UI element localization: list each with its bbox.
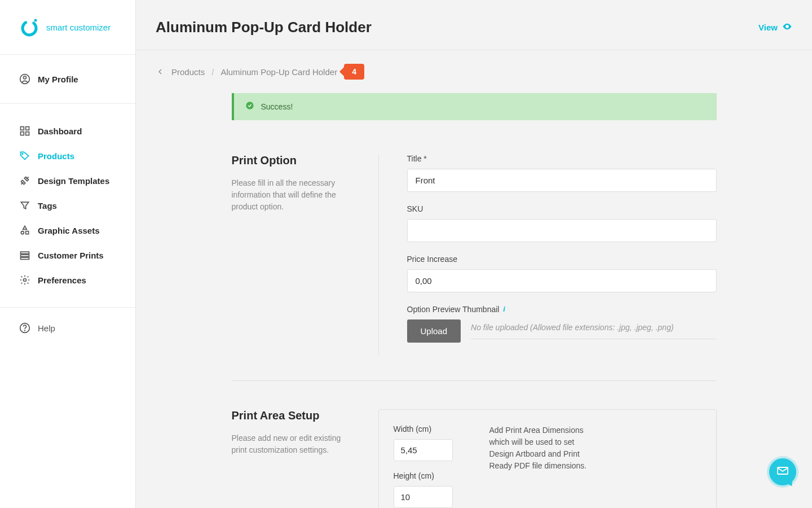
profile-section: My Profile [0,55,135,104]
sidebar-item-graphic-assets[interactable]: Graphic Assets [0,218,135,243]
thumbnail-label: Option Preview Thumbnail i [407,305,717,314]
sidebar-item-help[interactable]: Help [0,322,135,334]
thumbnail-label-text: Option Preview Thumbnail [407,305,500,314]
svg-rect-10 [26,231,29,234]
sidebar-item-design-templates[interactable]: Design Templates [0,168,135,193]
svg-rect-4 [21,127,24,130]
tag-icon [19,150,30,161]
alert-message: Success! [261,102,293,111]
success-alert: Success! [232,93,717,120]
section-print-area: Print Area Setup Please add new or edit … [232,380,717,508]
view-label: View [758,23,778,32]
brand-name: smart customizer [46,23,111,32]
print-area-box: Width (cm) Height (cm) Add Print Area Di… [378,409,717,508]
sidebar-item-tags[interactable]: Tags [0,193,135,218]
nav-section: Dashboard Products Design Templates [0,104,135,308]
width-input[interactable] [394,439,453,461]
gear-icon [19,274,30,286]
svg-rect-13 [21,257,29,259]
sidebar-item-label: Dashboard [38,126,82,136]
sidebar-item-products[interactable]: Products [0,143,135,168]
sidebar-item-label: Help [38,323,55,333]
upload-hint: No file uploaded (Allowed file extension… [471,323,716,339]
svg-point-9 [21,231,24,234]
sku-label: SKU [407,204,717,213]
section-print-option: Print Option Please fill in all the nece… [232,154,717,380]
help-icon [19,322,30,334]
svg-point-14 [24,279,27,282]
svg-rect-5 [26,127,29,130]
svg-point-1 [34,19,37,22]
check-circle-icon [245,101,254,112]
page-title: Aluminum Pop-Up Card Holder [156,19,372,36]
svg-point-8 [22,154,23,155]
sidebar-item-label: Customer Prints [38,251,104,260]
filter-icon [19,200,30,211]
header: Aluminum Pop-Up Card Holder View [136,0,812,50]
svg-rect-12 [21,255,29,256]
brand-logo-icon [19,17,39,37]
breadcrumb-separator: / [211,67,214,77]
content: Success! Print Option Please fill in all… [136,93,812,508]
sidebar-item-label: Tags [38,201,57,211]
sidebar-item-preferences[interactable]: Preferences [0,268,135,292]
dashboard-icon [19,125,30,137]
height-label: Height (cm) [394,471,467,480]
back-arrow-icon[interactable] [156,67,165,76]
list-icon [19,249,30,261]
section-title: Print Area Setup [232,409,345,422]
svg-rect-11 [21,252,29,253]
sku-input[interactable] [407,219,717,242]
title-input[interactable] [407,169,717,192]
sidebar-item-customer-prints[interactable]: Customer Prints [0,243,135,268]
section-desc: Please add new or edit existing print cu… [232,432,345,456]
height-input[interactable] [394,486,453,508]
svg-point-3 [24,76,27,79]
print-area-desc: Add Print Area Dimensions which will be … [489,424,591,508]
sidebar-item-my-profile[interactable]: My Profile [19,73,116,85]
section-desc: Please fill in all the necessary informa… [232,177,345,213]
svg-rect-6 [21,132,24,135]
tools-icon [19,175,30,186]
sidebar: smart customizer My Profile Dashboard [0,0,136,508]
main-content: Aluminum Pop-Up Card Holder View Product… [136,0,812,508]
shapes-icon [19,225,30,236]
sidebar-item-label: Graphic Assets [38,226,100,235]
breadcrumb-current[interactable]: Aluminum Pop-Up Card Holder [220,67,337,77]
info-icon[interactable]: i [503,305,505,313]
svg-point-17 [787,26,788,28]
upload-button[interactable]: Upload [407,319,461,343]
eye-icon [782,21,792,33]
svg-rect-7 [26,132,29,135]
section-title: Print Option [232,154,345,167]
help-section: Help [0,308,135,348]
breadcrumb: Products / Aluminum Pop-Up Card Holder 4 [136,50,812,93]
sidebar-item-label: My Profile [38,75,78,84]
step-badge: 4 [344,64,364,80]
svg-point-16 [25,330,25,331]
breadcrumb-root[interactable]: Products [171,67,205,77]
width-label: Width (cm) [394,424,467,433]
mail-icon [776,464,789,480]
sidebar-item-label: Products [38,151,74,161]
title-label: Title * [407,154,717,163]
view-link[interactable]: View [758,21,792,33]
logo[interactable]: smart customizer [0,0,135,55]
sidebar-item-label: Design Templates [38,176,109,186]
sidebar-item-label: Preferences [38,275,86,285]
svg-point-18 [246,102,253,109]
sidebar-item-dashboard[interactable]: Dashboard [0,119,135,143]
price-label: Price Increase [407,255,717,264]
chat-fab[interactable] [769,458,796,485]
price-input[interactable] [407,269,717,292]
user-circle-icon [19,73,30,85]
